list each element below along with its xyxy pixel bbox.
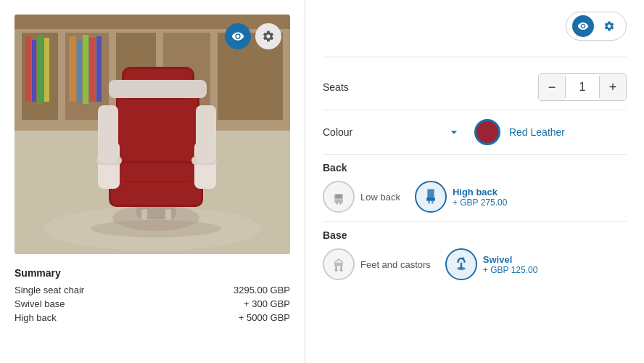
colour-row: Colour Red Leather: [323, 110, 627, 155]
product-image-container: [15, 15, 290, 254]
svg-rect-14: [77, 40, 82, 102]
feet-castors-name: Feet and castors: [360, 259, 431, 270]
colour-chevron-button[interactable]: [442, 121, 466, 144]
svg-rect-11: [37, 35, 44, 104]
summary-label-1: Swivel base: [15, 298, 65, 309]
svg-rect-39: [335, 195, 342, 199]
swivel-price: + GBP 125.00: [483, 265, 538, 275]
svg-rect-42: [339, 202, 341, 205]
base-options: Feet and castors Swivel + GBP 125.00: [323, 248, 627, 280]
feet-castors-text: Feet and castors: [360, 259, 431, 270]
back-section-title: Back: [323, 162, 627, 174]
right-header: [323, 12, 627, 41]
svg-rect-23: [165, 209, 171, 220]
svg-rect-35: [196, 105, 216, 163]
svg-rect-46: [432, 201, 433, 204]
low-back-text: Low back: [360, 192, 400, 203]
svg-rect-47: [334, 263, 343, 266]
low-back-name: Low back: [360, 192, 400, 203]
seats-content: − 1 +: [381, 73, 627, 101]
summary-label-0: Single seat chair: [15, 285, 84, 295]
base-section-title: Base: [323, 229, 627, 241]
swivel-option[interactable]: Swivel + GBP 125.00: [445, 248, 538, 280]
svg-rect-43: [427, 189, 434, 199]
summary-row-0: Single seat chair 3295.00 GBP: [15, 285, 290, 295]
svg-rect-40: [334, 200, 343, 203]
svg-rect-9: [25, 36, 31, 102]
svg-rect-17: [96, 36, 102, 102]
header-controls: [566, 12, 627, 41]
summary-price-0: 3295.00 GBP: [234, 285, 290, 295]
summary-title: Summary: [15, 267, 290, 279]
summary-row-2: High back + 5000 GBP: [15, 312, 290, 323]
svg-rect-49: [340, 266, 342, 269]
colour-label: Colour: [323, 126, 381, 138]
svg-rect-34: [98, 105, 118, 163]
high-back-icon: [415, 181, 447, 213]
svg-rect-53: [461, 263, 462, 269]
quantity-control: − 1 +: [538, 73, 627, 101]
summary-price-1: + 300 GBP: [244, 298, 290, 309]
eye-icon: [231, 30, 244, 43]
high-back-text: High back + GBP 275.00: [453, 187, 508, 208]
low-back-chair-icon: [329, 187, 349, 207]
decrement-button[interactable]: −: [539, 74, 565, 100]
svg-point-50: [335, 269, 338, 272]
low-back-icon: [323, 181, 355, 213]
left-panel: Summary Single seat chair 3295.00 GBP Sw…: [0, 0, 305, 363]
seats-label: Seats: [323, 81, 381, 93]
colour-content: Red Leather: [381, 119, 627, 145]
image-controls: [225, 23, 281, 49]
chevron-down-icon: [447, 125, 461, 139]
colour-swatch[interactable]: [474, 119, 500, 145]
svg-rect-45: [428, 201, 429, 204]
swivel-text: Swivel + GBP 125.00: [483, 254, 538, 275]
svg-point-38: [91, 220, 221, 237]
seats-row: Seats − 1 +: [323, 65, 627, 110]
svg-rect-41: [337, 202, 338, 205]
image-eye-button[interactable]: [225, 23, 251, 49]
header-gear-icon: [603, 20, 615, 32]
high-back-price: + GBP 275.00: [453, 197, 508, 208]
svg-rect-10: [32, 40, 36, 102]
svg-rect-15: [83, 35, 88, 104]
svg-rect-22: [141, 209, 147, 220]
high-back-chair-icon: [421, 187, 441, 207]
increment-button[interactable]: +: [600, 74, 626, 100]
high-back-option[interactable]: High back + GBP 275.00: [415, 181, 508, 213]
svg-rect-44: [426, 197, 435, 201]
summary-section: Summary Single seat chair 3295.00 GBP Sw…: [15, 267, 290, 326]
feet-castors-option[interactable]: Feet and castors: [323, 248, 431, 280]
high-back-name: High back: [453, 187, 508, 197]
svg-rect-48: [335, 266, 337, 269]
summary-row-1: Swivel base + 300 GBP: [15, 298, 290, 309]
header-gear-button[interactable]: [598, 15, 620, 37]
feet-castors-icon: [323, 248, 355, 280]
header-eye-button[interactable]: [572, 15, 594, 37]
quantity-value: 1: [565, 76, 600, 98]
feet-castors-icon-svg: [329, 254, 349, 274]
right-panel: Seats − 1 + Colour Red Leather Back: [305, 0, 644, 363]
swivel-icon: [445, 248, 477, 280]
svg-rect-12: [44, 38, 49, 102]
top-divider: [323, 57, 627, 57]
header-eye-icon: [577, 20, 589, 32]
swivel-name: Swivel: [483, 254, 538, 265]
svg-point-51: [340, 269, 343, 272]
svg-rect-36: [109, 80, 207, 98]
low-back-option[interactable]: Low back: [323, 181, 400, 213]
svg-rect-27: [118, 89, 197, 161]
image-gear-button[interactable]: [255, 23, 281, 49]
summary-price-2: + 5000 GBP: [239, 312, 290, 323]
colour-name: Red Leather: [509, 126, 565, 138]
summary-label-2: High back: [15, 312, 57, 323]
gear-icon: [262, 30, 275, 43]
svg-rect-16: [89, 38, 96, 102]
swivel-icon-svg: [451, 254, 471, 274]
chair-illustration: [15, 15, 290, 254]
back-options: Low back High back + GBP 275.00: [323, 181, 627, 222]
svg-rect-13: [69, 36, 76, 102]
